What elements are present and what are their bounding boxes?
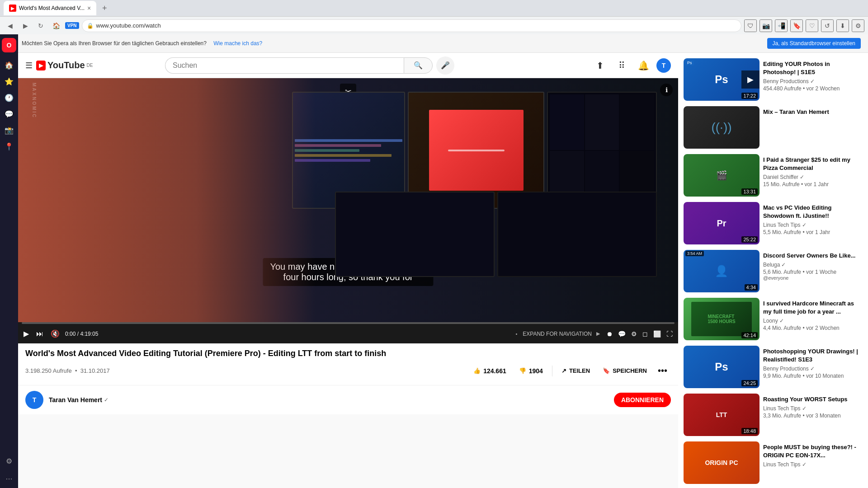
extension-btn-1[interactable]: 🛡 [744,19,757,32]
duration-0: 17:22 [741,93,758,99]
upload-btn[interactable]: ⬆ [591,56,609,75]
nav-bar: ◀ ▶ ↻ 🏠 VPN 🔒 www.youtube.com/watch 🛡 📷 … [0,16,868,34]
extension-btn-6[interactable]: ↺ [821,19,834,32]
video-stats: 3.198.250 Aufrufe • 31.10.2017 [25,367,110,374]
channel-name[interactable]: Taran Van Hemert [49,396,102,404]
next-btn[interactable]: ⏭ [34,328,45,340]
apps-btn[interactable]: ⠿ [613,56,631,75]
subtitles-btn[interactable]: 💬 [616,328,627,339]
sidebar-item-0[interactable]: Ps Ps ▶ 17:22 Editing YOUR Photos in Pho… [682,56,864,103]
thumb-container-3: Pr 25:22 [684,202,760,244]
sidebar-info-0: Editing YOUR Photos in Photoshop! | S1E5… [763,58,863,101]
verified-8: ✓ [802,461,807,468]
settings-btn[interactable]: ⚙ [629,328,639,339]
mute-btn[interactable]: 🔇 [49,328,61,340]
user-avatar[interactable]: T [656,58,671,73]
sidebar-item-1[interactable]: ((·)) Mix – Taran Van Hemert [682,104,864,150]
opera-banner-message: Möchten Sie Opera als Ihren Browser für … [7,39,262,48]
more-options-btn[interactable]: ••• [654,362,671,380]
extension-btn-7[interactable]: ⬇ [836,19,849,32]
back-btn[interactable]: ◀ [4,19,16,32]
sidebar-item-7[interactable]: LTT 18:48 Roasting Your WORST Setups Lin… [682,392,864,438]
address-bar[interactable]: 🔒 www.youtube.com/watch [82,19,741,32]
fullscreen-btn[interactable]: ⛶ [665,328,675,339]
extension-btn-8[interactable]: ⚙ [852,19,864,32]
duration-3: 25:22 [741,236,758,243]
voice-search-btn[interactable]: 🎤 [436,56,454,75]
active-tab[interactable]: ▶ World's Most Advanced V... × [4,1,96,15]
controls-row: ▶ ⏭ 🔇 0:00 / 4:19:05 • EXPAND FOR NAVIGA… [22,328,675,340]
sidebar-meta-2: 15 Mio. Aufrufe • vor 1 Jahr [763,181,863,188]
miniplayer-btn[interactable]: ◻ [641,328,650,339]
sidebar-meta-4: 5,6 Mio. Aufrufe • vor 1 Woche [763,269,863,275]
search-submit-btn[interactable]: 🔍 [404,57,433,74]
sidebar-channel-5: Loony ✓ [763,318,863,324]
dislike-btn[interactable]: 👎 1904 [514,364,548,378]
progress-bar[interactable] [22,322,675,324]
sidebar-item-6[interactable]: Ps 24:25 Photoshopping YOUR Drawings! | … [682,344,864,390]
channel-name-2: Daniel Schiffer [763,174,798,180]
channel-name-7: Linus Tech Tips [763,405,801,412]
play-pause-btn[interactable]: ▶ [22,328,31,340]
reload-btn[interactable]: ↻ [34,19,47,32]
verified-0: ✓ [810,78,815,84]
yt-header-actions: ⬆ ⠿ 🔔 T [591,56,671,75]
subscribe-btn[interactable]: ABONNIEREN [614,393,671,407]
video-frame[interactable]: MAXNOMIC [18,78,678,322]
thumbs-up-icon: 👍 [473,367,481,374]
sidebar-meta-3: 5,5 Mio. Aufrufe • vor 1 Jahr [763,229,863,235]
sidebar-channel-7: Linus Tech Tips ✓ [763,405,863,412]
sidebar-title-0: Editing YOUR Photos in Photoshop! | S1E5 [763,60,863,76]
autoplay-btn[interactable]: ⏺ [604,328,614,339]
sidebar-item-5[interactable]: MINECRAFT1500 HOURS 42:14 I survived Har… [682,296,864,342]
extension-btn-3[interactable]: 📲 [775,19,788,32]
video-controls: ▶ ⏭ 🔇 0:00 / 4:19:05 • EXPAND FOR NAVIGA… [18,322,678,343]
new-tab-btn[interactable]: + [98,2,111,14]
view-count: 3.198.250 Aufrufe [25,367,72,374]
extension-btn-2[interactable]: 📷 [760,19,772,32]
video-info: World's Most Advanced Video Editing Tuto… [18,343,678,385]
video-player: MAXNOMIC [18,78,678,343]
video-actions: 👍 124.661 👎 1904 ↗ TEILEN [468,362,671,380]
channel-avatar[interactable]: T [25,391,43,409]
channel-name-3: Linus Tech Tips [763,222,801,228]
expand-nav-btn[interactable]: EXPAND FOR NAVIGATION [523,331,592,337]
bottom-monitors [335,192,657,277]
save-label: SPEICHERN [613,367,647,374]
like-count: 124.661 [483,367,506,375]
extension-btn-4[interactable]: 🔖 [790,19,803,32]
upload-date: 31.10.2017 [80,367,110,374]
forward-btn[interactable]: ▶ [19,19,32,32]
save-btn[interactable]: 🔖 SPEICHERN [597,364,652,378]
sidebar-item-8[interactable]: ORIGIN PC People MUST be buying these?! … [682,440,864,486]
sidebar-title-7: Roasting Your WORST Setups [763,395,863,404]
pablo-everyone: @everyone [763,275,863,281]
video-meta: 3.198.250 Aufrufe • 31.10.2017 👍 124.661… [25,362,671,380]
opera-set-default-btn[interactable]: Ja, als Standardbrowser einstellen [767,38,861,49]
theater-btn[interactable]: ⬜ [651,328,663,339]
thumb-container-5: MINECRAFT1500 HOURS 42:14 [684,298,760,340]
thumb-container-8: ORIGIN PC [684,441,760,484]
sidebar-item-4[interactable]: 👤 3:54 AM 4:34 Discord Server Owners Be … [682,248,864,294]
notifications-btn[interactable]: 🔔 [635,56,653,75]
share-btn[interactable]: ↗ TEILEN [556,364,595,378]
tab-favicon: ▶ [9,5,16,12]
dislike-count: 1904 [529,367,543,375]
thumbnail-1: ((·)) [684,106,760,149]
current-time: 0:00 [65,331,75,337]
like-btn[interactable]: 👍 124.661 [468,364,512,378]
hamburger-menu-btn[interactable]: ☰ [25,61,33,70]
search-input[interactable] [165,57,404,74]
yt-logo[interactable]: ▶ YouTubeDE [36,60,93,70]
sidebar-item-3[interactable]: Pr 25:22 Mac vs PC Video Editing Showdow… [682,200,864,246]
main-container: O 🏠 ⭐ 🕐 💬 📸 📍 ⚙ … ☰ ▶ YouTubeDE [18,53,868,488]
time-display: 0:00 / 4:19:05 [65,331,510,337]
sidebar-channel-4: Beluga ✓ [763,262,863,268]
tab-close-btn[interactable]: × [87,5,91,12]
thumbnail-8: ORIGIN PC [684,441,760,484]
home-btn[interactable]: 🏠 [50,19,62,32]
extension-btn-5[interactable]: ♡ [806,19,818,32]
sidebar-item-2[interactable]: 🎬 13:31 I Paid a Stranger $25 to edit my… [682,152,864,198]
opera-banner-link[interactable]: Wie mache ich das? [213,40,262,47]
url-text: www.youtube.com/watch [96,22,161,29]
